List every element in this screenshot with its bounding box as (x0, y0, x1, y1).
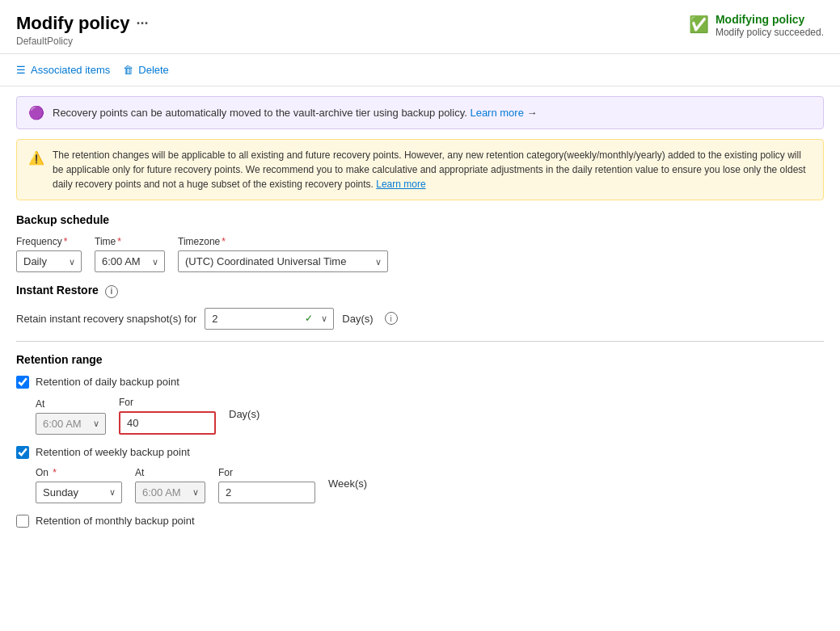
weekly-retention-checkbox-row: Retention of weekly backup point (16, 446, 824, 459)
backup-schedule-section: Backup schedule Frequency* Daily Weekly (16, 213, 824, 272)
daily-retention-label: Retention of daily backup point (36, 376, 179, 388)
instant-restore-section: Instant Restore i Retain instant recover… (16, 284, 824, 330)
instant-restore-row: Retain instant recovery snapshot(s) for … (16, 308, 824, 330)
retention-divider (16, 341, 824, 342)
retention-range-section: Retention range Retention of daily backu… (16, 353, 824, 528)
timezone-select[interactable]: (UTC) Coordinated Universal Time (178, 250, 388, 272)
associated-items-label: Associated items (31, 64, 110, 76)
weekly-weeks-label: Week(s) (328, 477, 367, 493)
header-left: Modify policy ··· DefaultPolicy (16, 13, 149, 47)
page-title-text: Modify policy (16, 13, 130, 34)
monthly-retention-checkbox[interactable] (16, 515, 29, 528)
weekly-on-select[interactable]: Sunday Monday Tuesday Wednesday Thursday… (36, 482, 122, 503)
archive-banner-text: Recovery points can be automatically mov… (53, 107, 538, 119)
time-group: Time* 6:00 AM (95, 236, 165, 272)
snapshot-days-info-icon[interactable]: i (385, 312, 398, 325)
delete-button[interactable]: 🗑 Delete (123, 61, 169, 79)
weekly-on-label: On * (36, 467, 122, 478)
time-select-wrapper: 6:00 AM (95, 250, 165, 272)
status-success-banner: ✅ Modifying policy Modify policy succeed… (689, 13, 824, 38)
time-select[interactable]: 6:00 AM (95, 250, 165, 272)
associated-items-button[interactable]: ☰ Associated items (16, 61, 110, 79)
archive-info-banner: 🟣 Recovery points can be automatically m… (16, 96, 824, 129)
timezone-label: Timezone* (178, 236, 388, 247)
warning-learn-more-link[interactable]: Learn more (376, 179, 425, 190)
warning-banner: ⚠️ The retention changes will be applica… (16, 139, 824, 200)
status-message: Modify policy succeeded. (715, 27, 824, 38)
weekly-at-group: At 6:00 AM (135, 467, 205, 503)
toolbar: ☰ Associated items 🗑 Delete (0, 54, 840, 86)
list-icon: ☰ (16, 64, 26, 76)
weekly-retention-fields: On * Sunday Monday Tuesday Wednesday Thu… (36, 467, 824, 503)
page-subtitle: DefaultPolicy (16, 36, 149, 47)
timezone-group: Timezone* (UTC) Coordinated Universal Ti… (178, 236, 388, 272)
daily-retention-checkbox[interactable] (16, 376, 29, 389)
warning-icon: ⚠️ (28, 149, 44, 191)
instant-restore-title: Instant Restore i (16, 284, 824, 298)
header: Modify policy ··· DefaultPolicy ✅ Modify… (0, 0, 840, 54)
status-title: Modifying policy (715, 13, 824, 26)
backup-schedule-title: Backup schedule (16, 213, 824, 226)
daily-at-label: At (36, 398, 106, 410)
snapshot-days-label: Day(s) (342, 313, 373, 325)
snapshot-select-wrapper: 2 1 3 4 5 ✓ (205, 308, 334, 330)
weekly-retention-label: Retention of weekly backup point (36, 446, 190, 458)
frequency-group: Frequency* Daily Weekly (16, 236, 82, 272)
weekly-retention-checkbox[interactable] (16, 446, 29, 459)
archive-learn-more-link[interactable]: Learn more (470, 107, 526, 119)
daily-days-label: Day(s) (229, 408, 260, 423)
daily-at-select[interactable]: 6:00 AM (36, 413, 106, 435)
frequency-select[interactable]: Daily Weekly (16, 250, 82, 272)
weekly-for-label: For (218, 467, 315, 478)
retain-snapshots-label: Retain instant recovery snapshot(s) for (16, 313, 196, 325)
daily-retention-checkbox-row: Retention of daily backup point (16, 376, 824, 389)
delete-label: Delete (138, 64, 169, 76)
more-options-icon[interactable]: ··· (137, 15, 149, 32)
time-label: Time* (95, 236, 165, 247)
weekly-at-label: At (135, 467, 205, 478)
schedule-form-row: Frequency* Daily Weekly Time* (16, 236, 824, 272)
success-icon: ✅ (689, 15, 709, 34)
daily-for-label: For (119, 397, 216, 408)
page-container: Modify policy ··· DefaultPolicy ✅ Modify… (0, 0, 840, 631)
warning-text: The retention changes will be applicable… (53, 148, 812, 191)
archive-icon: 🟣 (28, 105, 44, 120)
main-content: 🟣 Recovery points can be automatically m… (0, 86, 840, 631)
weekly-for-group: For (218, 467, 315, 503)
monthly-retention-checkbox-row: Retention of monthly backup point (16, 515, 824, 528)
weekly-for-input[interactable] (218, 482, 315, 503)
status-text: Modifying policy Modify policy succeeded… (715, 13, 824, 38)
instant-restore-info-icon[interactable]: i (105, 285, 118, 298)
monthly-retention-label: Retention of monthly backup point (36, 515, 195, 527)
weekly-at-select[interactable]: 6:00 AM (135, 482, 205, 503)
daily-for-group: For (119, 397, 216, 435)
daily-for-input[interactable] (119, 411, 216, 435)
daily-retention-fields: At 6:00 AM For Day(s) (36, 397, 824, 435)
page-title: Modify policy ··· (16, 13, 149, 34)
weekly-on-group: On * Sunday Monday Tuesday Wednesday Thu… (36, 467, 122, 503)
daily-at-group: At 6:00 AM (36, 398, 106, 435)
retention-range-title: Retention range (16, 353, 824, 366)
frequency-label: Frequency* (16, 236, 82, 247)
delete-icon: 🗑 (123, 64, 133, 76)
frequency-select-wrapper: Daily Weekly (16, 250, 82, 272)
timezone-select-wrapper: (UTC) Coordinated Universal Time (178, 250, 388, 272)
snapshot-days-select[interactable]: 2 1 3 4 5 (205, 308, 334, 330)
header-right: ✅ Modifying policy Modify policy succeed… (689, 13, 824, 38)
